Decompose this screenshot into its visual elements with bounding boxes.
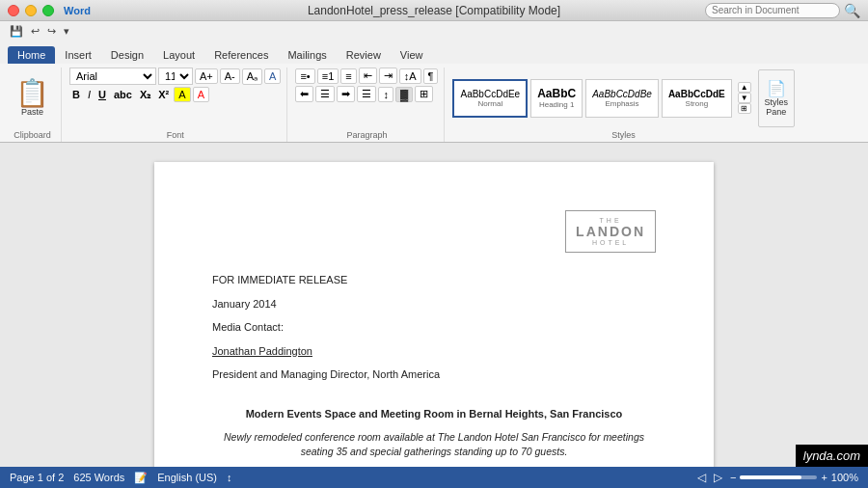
tab-review[interactable]: Review: [337, 46, 391, 64]
zoom-level[interactable]: 100%: [831, 472, 858, 483]
paste-icon: 📋: [15, 80, 49, 107]
shading-button[interactable]: ▓: [395, 87, 413, 102]
strikethrough-button[interactable]: abc: [111, 88, 135, 101]
media-contact-label: Media Contact:: [212, 319, 656, 336]
save-button[interactable]: 💾: [8, 25, 25, 38]
text-effects-button[interactable]: A: [264, 68, 281, 84]
style-strong[interactable]: AaBbCcDdE Strong: [662, 79, 732, 118]
paste-button[interactable]: 📋 Paste: [10, 76, 55, 121]
press-subhead: Newly remodeled conference room availabl…: [212, 430, 656, 461]
font-content: Arial 11 A+ A- Aₐ A B I U abc X₂ X² A A: [69, 68, 281, 128]
paste-label: Paste: [21, 107, 43, 117]
title-bar-left: Word: [8, 5, 91, 16]
close-button[interactable]: [8, 5, 19, 16]
align-center-button[interactable]: ☰: [315, 86, 335, 102]
search-input[interactable]: [705, 3, 840, 18]
status-left: Page 1 of 2 625 Words 📝 English (US) ↕: [10, 472, 232, 484]
contact-name-link[interactable]: Jonathan Paddington: [212, 345, 312, 357]
customize-button[interactable]: ▾: [62, 25, 71, 38]
clear-format-button[interactable]: Aₐ: [242, 68, 262, 85]
scroll-left-button[interactable]: ◁: [697, 471, 706, 484]
grow-font-button[interactable]: A+: [195, 68, 218, 84]
undo-button[interactable]: ↩: [29, 25, 41, 38]
lynda-watermark: lynda.com: [796, 445, 868, 467]
spelling-icon[interactable]: 📝: [134, 472, 148, 484]
document-title: LandonHotel_press_release [Compatibility…: [308, 4, 560, 17]
italic-button[interactable]: I: [85, 88, 94, 101]
scroll-right-button[interactable]: ▷: [714, 471, 722, 484]
increase-indent-button[interactable]: ⇥: [379, 68, 397, 84]
tab-mailings[interactable]: Mailings: [278, 46, 336, 64]
styles-pane-icon: 📄: [767, 79, 786, 97]
logo-box: THE LANDON HOTEL: [565, 210, 656, 253]
logo-area: THE LANDON HOTEL: [212, 210, 656, 253]
clipboard-label: Clipboard: [14, 130, 51, 140]
styles-pane-label: Styles Pane: [763, 97, 790, 117]
tab-layout[interactable]: Layout: [153, 46, 204, 64]
justify-button[interactable]: ☰: [357, 86, 376, 102]
styles-scroll-down[interactable]: ▼: [738, 93, 751, 103]
redo-button[interactable]: ↪: [45, 25, 58, 38]
font-size-select[interactable]: 11: [158, 68, 193, 85]
status-right: ◁ ▷ − + 100%: [697, 471, 858, 484]
minimize-button[interactable]: [25, 5, 37, 16]
clipboard-content: 📋 Paste: [10, 68, 55, 128]
page-count[interactable]: Page 1 of 2: [10, 472, 64, 483]
highlight-button[interactable]: A: [174, 87, 190, 102]
subscript-button[interactable]: X₂: [137, 88, 153, 102]
tab-references[interactable]: References: [204, 46, 278, 64]
styles-scroll-up[interactable]: ▲: [738, 82, 751, 93]
track-changes-icon[interactable]: ↕: [227, 472, 232, 483]
style-normal-label: Normal: [460, 99, 520, 108]
maximize-button[interactable]: [42, 5, 54, 16]
word-count[interactable]: 625 Words: [73, 472, 124, 483]
zoom-out-button[interactable]: −: [730, 472, 736, 483]
font-color-button[interactable]: A: [193, 87, 209, 102]
user-icon[interactable]: 🔍: [844, 3, 860, 18]
underline-button[interactable]: U: [95, 88, 109, 101]
show-formatting-button[interactable]: ¶: [423, 68, 439, 84]
status-bar: Page 1 of 2 625 Words 📝 English (US) ↕ ◁…: [0, 467, 868, 488]
language[interactable]: English (US): [157, 472, 217, 483]
styles-pane-button[interactable]: 📄 Styles Pane: [758, 69, 795, 127]
styles-content: AaBbCcDdEe Normal AaBbC Heading 1 AaBbCc…: [452, 68, 794, 128]
numbering-button[interactable]: ≡1: [317, 68, 339, 84]
align-left-button[interactable]: ⬅: [295, 86, 313, 102]
font-name-select[interactable]: Arial: [69, 68, 156, 85]
superscript-button[interactable]: X²: [155, 88, 172, 101]
zoom-slider[interactable]: [740, 475, 817, 479]
sort-button[interactable]: ↕A: [399, 68, 421, 84]
style-emphasis[interactable]: AaBbCcDdBe Emphasis: [585, 79, 659, 118]
press-headline: Modern Events Space and Meeting Room in …: [212, 406, 656, 422]
contact-title: President and Managing Director, North A…: [212, 366, 656, 383]
font-format-row: B I U abc X₂ X² A A: [69, 87, 209, 102]
paragraph-content: ≡• ≡1 ≡ ⇤ ⇥ ↕A ¶ ⬅ ☰ ➡ ☰ ↕ ▓ ⊞: [295, 68, 438, 128]
document-content: FOR IMMEDIATE RELEASE January 2014 Media…: [212, 272, 656, 467]
multilevel-button[interactable]: ≡: [340, 68, 356, 84]
title-bar-right: 🔍: [705, 3, 860, 18]
zoom-in-button[interactable]: +: [821, 472, 827, 483]
styles-more[interactable]: ⊞: [738, 103, 751, 114]
style-strong-label: Strong: [668, 99, 725, 108]
tab-view[interactable]: View: [391, 46, 433, 64]
bullets-button[interactable]: ≡•: [295, 68, 314, 84]
styles-panel: AaBbCcDdEe Normal AaBbC Heading 1 AaBbCc…: [452, 79, 750, 118]
list-row: ≡• ≡1 ≡ ⇤ ⇥ ↕A ¶: [295, 68, 438, 84]
styles-scroll: ▲ ▼ ⊞: [738, 82, 751, 114]
logo-main: LANDON: [576, 224, 645, 239]
zoom-bar: − + 100%: [730, 472, 858, 483]
align-right-button[interactable]: ➡: [337, 86, 355, 102]
tab-home[interactable]: Home: [8, 46, 55, 64]
style-heading1[interactable]: AaBbC Heading 1: [530, 79, 583, 118]
font-group: Arial 11 A+ A- Aₐ A B I U abc X₂ X² A A: [64, 68, 287, 142]
style-normal[interactable]: AaBbCcDdEe Normal: [452, 79, 528, 118]
title-bar: Word LandonHotel_press_release [Compatib…: [0, 0, 868, 21]
shrink-font-button[interactable]: A-: [220, 68, 240, 84]
line-spacing-button[interactable]: ↕: [378, 87, 393, 102]
decrease-indent-button[interactable]: ⇤: [359, 68, 377, 84]
style-heading1-label: Heading 1: [537, 100, 576, 109]
borders-button[interactable]: ⊞: [415, 86, 433, 102]
tab-insert[interactable]: Insert: [55, 46, 101, 64]
tab-design[interactable]: Design: [101, 46, 153, 64]
bold-button[interactable]: B: [69, 88, 83, 101]
